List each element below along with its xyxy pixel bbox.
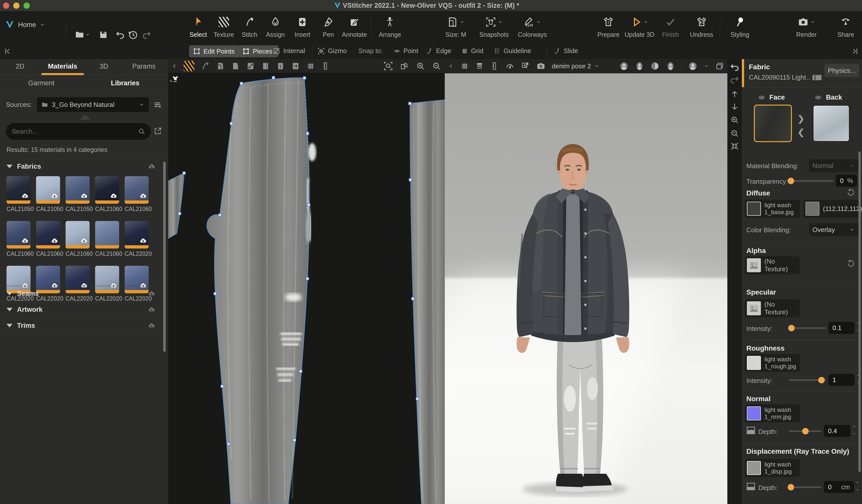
alpha-reset-icon[interactable] <box>847 259 855 268</box>
displacement-depth-slider[interactable] <box>789 487 821 488</box>
search-box[interactable] <box>6 123 151 140</box>
strip-arrow-down-icon[interactable] <box>730 102 739 111</box>
tool-finish[interactable]: Finish <box>662 15 679 38</box>
tab-params[interactable]: Params <box>125 59 163 74</box>
undo-button[interactable] <box>115 30 125 40</box>
tool-update-3d[interactable]: Update 3D <box>625 15 654 38</box>
cloud-download-icon[interactable] <box>147 290 156 297</box>
tool-snapshots[interactable]: Snapshots <box>479 15 509 38</box>
ruler-2d-icon[interactable] <box>322 62 330 70</box>
displacement-texture-chip[interactable]: light wash 1_disp.jpg <box>745 459 800 477</box>
grain-direction-icon[interactable] <box>291 62 300 70</box>
subtab-libraries[interactable]: Libraries <box>88 76 163 91</box>
specular-texture-chip[interactable]: (No Texture) <box>745 299 800 317</box>
material-swatch[interactable]: CAL21050 <box>6 176 30 212</box>
strip-undo-icon[interactable] <box>730 63 740 72</box>
back-side-toggle[interactable]: Back <box>814 94 842 101</box>
layers-icon[interactable] <box>475 62 484 70</box>
split-view-icon[interactable] <box>715 62 724 70</box>
redo-button[interactable] <box>142 30 152 40</box>
roughness-texture-chip[interactable]: light wash 1_rough.jpg <box>745 354 800 372</box>
avatar-view-side-icon[interactable] <box>636 62 643 70</box>
tool-render[interactable]: Render <box>796 15 817 38</box>
seam-allowance-icon[interactable] <box>261 62 270 70</box>
zoom-out-icon[interactable] <box>432 61 441 71</box>
snap-edge-toggle[interactable]: Edge <box>426 47 451 55</box>
copy-to-back-icon[interactable]: ❯ <box>797 114 805 124</box>
tool-select[interactable]: Select <box>190 15 207 38</box>
piece-filled-icon[interactable] <box>231 62 240 70</box>
roughness-intensity-slider[interactable] <box>789 380 826 381</box>
pattern-piece-side[interactable] <box>168 173 184 238</box>
screen-capture-icon[interactable] <box>521 62 530 70</box>
ruler-3d-icon[interactable] <box>490 62 499 70</box>
material-swatch[interactable]: CAL21060 <box>125 176 149 212</box>
section-fabrics[interactable]: Fabrics <box>0 159 163 174</box>
tool-share[interactable]: Share <box>837 15 854 38</box>
material-swatch[interactable]: CAL21060 <box>36 221 60 257</box>
sources-dropdown[interactable]: 3_Go Beyond Natural <box>37 97 149 112</box>
material-swatch[interactable]: CAL21060 <box>95 221 119 257</box>
avatar[interactable] <box>445 73 727 504</box>
garment-3d-view[interactable]: denim pose 2 <box>445 59 727 504</box>
popout-search-icon[interactable] <box>154 127 162 135</box>
normal-depth-box[interactable]: 0.4 <box>824 425 850 437</box>
transparency-knob[interactable] <box>788 178 794 184</box>
slide-toggle[interactable]: Slide <box>554 47 578 55</box>
right-panel-scrollbar[interactable] <box>859 152 861 472</box>
tool-styling[interactable]: Styling <box>730 15 749 38</box>
section-artwork[interactable]: Artwork <box>0 302 163 317</box>
avatar-select-icon[interactable] <box>688 62 697 70</box>
3d-scene[interactable] <box>445 73 727 504</box>
grid-3d-icon[interactable] <box>460 62 469 70</box>
snap-guideline-toggle[interactable]: Guideline <box>494 47 531 55</box>
edit-points-button[interactable]: Edit Points <box>189 45 239 57</box>
transparency-value-box[interactable]: 0 % <box>836 175 857 187</box>
specular-intensity-knob[interactable] <box>788 325 795 331</box>
diffuse-texture-chip[interactable]: light wash 1_base.jpg <box>745 200 800 218</box>
normal-texture-chip[interactable]: light wash 1_nrm.jpg <box>745 404 800 422</box>
strip-collapse-icon[interactable] <box>730 142 739 151</box>
avatar-view-back-icon[interactable] <box>651 62 659 70</box>
save-button[interactable] <box>99 30 108 40</box>
info-overlay-icon[interactable]: i <box>276 62 285 70</box>
transparency-slider[interactable] <box>789 180 834 182</box>
face-side-toggle[interactable]: Face <box>757 94 785 101</box>
collapse-left-icon[interactable] <box>3 47 12 55</box>
snap-grid-toggle[interactable]: Grid <box>461 47 483 55</box>
tab-materials[interactable]: Materials <box>40 59 85 74</box>
collapse-3d-toolbar-icon[interactable] <box>448 62 454 70</box>
zoom-selection-icon[interactable] <box>400 61 409 71</box>
tool-annotate[interactable]: Annotate <box>342 15 367 38</box>
pieces-button[interactable]: Pieces <box>238 45 278 57</box>
search-input[interactable] <box>11 128 138 136</box>
subtab-garment[interactable]: Garment <box>4 76 79 91</box>
material-swatch[interactable]: CAL21050 <box>36 176 60 212</box>
specular-intensity-box[interactable]: 0.1 <box>828 322 854 334</box>
tool-stitch[interactable]: Stitch <box>242 15 258 38</box>
roughness-intensity-box[interactable]: 1 <box>828 374 854 386</box>
tool-assign[interactable]: Assign <box>266 15 285 38</box>
tab-3d[interactable]: 3D <box>89 59 119 74</box>
pattern-2d-view[interactable]: i <box>168 59 445 504</box>
collapse-right-icon[interactable] <box>850 47 859 55</box>
physics-button[interactable]: Physics... <box>824 64 859 77</box>
diffuse-color-chip[interactable]: (112,112,112) <box>804 200 859 218</box>
displacement-depth-stepper[interactable]: ⌃⌄ <box>855 481 860 493</box>
gizmo-toggle[interactable]: Gizmo <box>317 47 347 55</box>
normal-depth-slider[interactable] <box>789 430 821 432</box>
cloud-download-icon[interactable] <box>147 306 156 313</box>
normal-depth-stepper[interactable]: ⌃⌄ <box>851 425 857 437</box>
displacement-depth-box[interactable]: 0 cm <box>824 481 854 493</box>
tool-size[interactable]: Size: M <box>445 15 466 38</box>
material-swatch[interactable]: CAL21060 <box>95 176 119 212</box>
history-button[interactable] <box>128 30 138 40</box>
strip-redo-icon[interactable] <box>730 75 740 85</box>
normal-depth-knob[interactable] <box>802 428 809 435</box>
cloud-download-icon[interactable] <box>147 322 156 329</box>
alpha-texture-chip[interactable]: (No Texture) <box>745 256 800 274</box>
strip-zoom-out-icon[interactable] <box>730 129 739 138</box>
color-blending-dropdown[interactable]: Overlay <box>809 223 859 236</box>
avatar-view-front-icon[interactable] <box>619 62 628 70</box>
collapse-2d-toolbar-icon[interactable] <box>172 62 177 70</box>
